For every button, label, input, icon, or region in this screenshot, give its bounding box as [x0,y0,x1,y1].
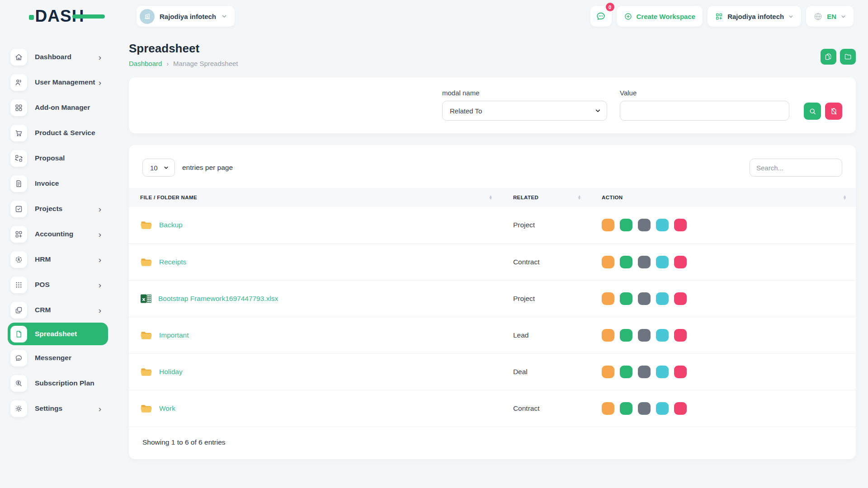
value-label: Value [620,89,789,97]
chevron-down-icon [221,13,227,19]
settings-icon [10,400,27,417]
workspace-selector[interactable]: Rajodiya infotech [137,6,235,27]
building-icon [140,9,155,24]
messenger-icon [10,350,27,366]
sort-icon[interactable]: ▲▼ [489,195,493,200]
projects-icon [10,201,27,217]
sidebar-item-accounting[interactable]: Accounting › [0,221,113,247]
reset-filter-button[interactable] [825,103,842,120]
sidebar-item-subscription-plan[interactable]: Subscription Plan › [0,371,113,396]
chevron-right-icon: › [99,255,101,264]
file-name-link[interactable]: Bootstrap Framework1697447793.xlsx [158,295,278,303]
sidebar-item-messenger[interactable]: Messenger › [0,345,113,371]
files-table: FILE / FOLDER NAME▲▼ RELATED▲▼ ACTION▲▼ … [129,188,856,427]
file-name-link[interactable]: Backup [159,221,183,229]
page-actions [821,49,856,65]
svg-text:x: x [142,296,145,302]
folder-fill-icon [140,330,152,341]
entries-per-page-select[interactable]: 10 [142,159,175,177]
chevron-right-icon: › [99,78,101,87]
model-name-label: modal name [442,89,607,97]
proposal-icon [10,150,27,167]
logo-bar [72,14,105,19]
hrm-icon [10,251,27,268]
excel-file-icon: x [140,293,151,304]
crm-icon [10,302,27,319]
sidebar-item-proposal[interactable]: Proposal › [0,145,113,171]
create-folder-button[interactable] [840,49,856,65]
filter-card: modal name Related To Value [129,77,856,133]
breadcrumb-dashboard-link[interactable]: Dashboard [129,60,162,67]
create-workspace-label: Create Workspace [637,13,696,20]
page-title: Spreadsheet [129,42,238,56]
folder-fill-icon [140,366,152,377]
search-icon [809,108,816,115]
grid-plus-icon [715,12,723,21]
sidebar-item-projects[interactable]: Projects › [0,196,113,221]
language-label: EN [827,13,836,20]
messages-badge: 0 [606,3,614,11]
workspace-name: Rajodiya infotech [160,13,216,20]
language-selector[interactable]: EN [806,6,854,27]
sidebar-item-hrm[interactable]: HRM › [0,247,113,272]
sidebar-item-user-management[interactable]: User Management › [0,70,113,95]
accounting-icon [10,226,27,243]
sidebar-item-spreadsheet[interactable]: Spreadsheet › [8,323,108,345]
page-header: Spreadsheet Dashboard › Manage Spreadshe… [129,42,856,67]
upload-file-button[interactable] [821,49,836,65]
chevron-right-icon: › [99,205,101,213]
sidebar-item-add-on-manager[interactable]: Add-on Manager › [0,95,113,120]
pos-icon [10,277,27,293]
sidebar-item-invoice[interactable]: Invoice › [0,171,113,196]
copy-file-icon [825,53,832,61]
chevron-right-icon: › [99,53,101,61]
company-selector[interactable]: Rajodiya infotech [708,6,801,27]
folder-outline-icon [844,53,852,61]
subscription-icon [10,375,27,392]
table-row: Work Contract [129,390,856,427]
logo-dot [29,15,34,20]
app-window: DASH Rajodiya infotech 0 Create Workspac… [0,0,868,488]
file-name-link[interactable]: Work [159,404,175,413]
sidebar-item-pos[interactable]: POS › [0,272,113,297]
folder-fill-icon [140,220,152,230]
chevron-down-icon [788,14,794,19]
chevron-down-icon [840,14,846,19]
file-name-link[interactable]: Important [159,331,189,339]
sidebar-item-product-service[interactable]: Product & Service › [0,120,113,145]
file-name-link[interactable]: Receipts [159,258,186,266]
table-search-input[interactable] [750,159,842,177]
sidebar-item-settings[interactable]: Settings › [0,396,113,421]
chevron-right-icon: › [99,306,101,314]
sidebar-item-dashboard[interactable]: Dashboard › [0,44,113,70]
spreadsheet-table-card: 10 entries per page FILE / FOLDER NAME▲▼ [129,145,856,459]
column-header-name[interactable]: FILE / FOLDER NAME▲▼ [140,195,493,200]
home-icon [10,49,27,66]
spreadsheet-icon [10,326,27,343]
model-name-select[interactable]: Related To [442,101,607,121]
users-icon [10,74,27,91]
main-content: Spreadsheet Dashboard › Manage Spreadshe… [113,33,868,488]
globe-icon [813,12,823,21]
sidebar-item-crm[interactable]: CRM › [0,297,113,323]
company-name: Rajodiya infotech [727,13,784,20]
plus-circle-icon [624,12,632,21]
value-input[interactable] [620,101,789,121]
brand-logo[interactable]: DASH [0,7,113,26]
breadcrumb-separator: › [166,60,169,67]
sort-icon[interactable]: ▲▼ [843,195,847,200]
reset-filter-icon [830,108,838,115]
folder-fill-icon [140,257,152,267]
create-workspace-button[interactable]: Create Workspace [617,6,703,27]
breadcrumb: Dashboard › Manage Spreadsheet [129,60,238,67]
cart-icon [10,125,27,141]
chevron-right-icon: › [99,230,101,239]
delete-button[interactable] [674,402,687,415]
topbar-actions: 0 Create Workspace Rajodiya infotech EN [590,6,868,27]
messages-button[interactable]: 0 [590,6,612,27]
file-name-link[interactable]: Holiday [159,368,183,376]
apply-filter-button[interactable] [804,103,821,120]
folder-fill-icon [140,403,152,414]
chat-bubble-icon [595,11,606,22]
chevron-right-icon: › [99,404,101,413]
